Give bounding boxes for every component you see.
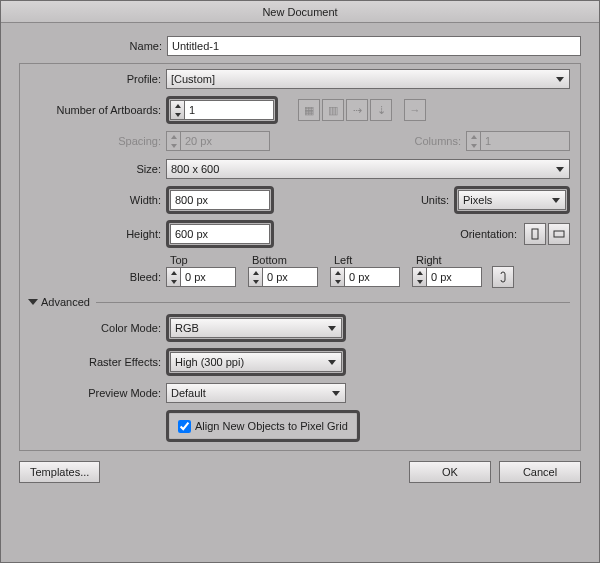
bleed-right-spinner[interactable]	[412, 267, 482, 287]
units-label: Units:	[414, 194, 454, 206]
columns-label: Columns:	[406, 135, 466, 147]
profile-select[interactable]: [Custom]	[166, 69, 570, 89]
main-fieldset: Profile: [Custom] Number of Artboards: ▦…	[19, 63, 581, 451]
color-mode-label: Color Mode:	[30, 322, 166, 334]
bleed-bottom-input[interactable]	[262, 267, 318, 287]
ok-button[interactable]: OK	[409, 461, 491, 483]
spacing-label: Spacing:	[30, 135, 166, 147]
bleed-left-input[interactable]	[344, 267, 400, 287]
bleed-left-spinner[interactable]	[330, 267, 400, 287]
arrow-right-icon: →	[404, 99, 426, 121]
name-input[interactable]	[167, 36, 581, 56]
profile-label: Profile:	[30, 73, 166, 85]
templates-button[interactable]: Templates...	[19, 461, 100, 483]
name-label: Name:	[19, 40, 167, 52]
color-mode-select[interactable]: RGB	[170, 318, 342, 338]
bleed-bottom-spinner[interactable]	[248, 267, 318, 287]
svg-rect-1	[554, 231, 564, 237]
grid-by-row-icon: ▦	[298, 99, 320, 121]
new-document-dialog: New Document Name: Profile: [Custom] Num…	[0, 0, 600, 563]
size-label: Size:	[30, 163, 166, 175]
cancel-button[interactable]: Cancel	[499, 461, 581, 483]
link-bleed-icon[interactable]	[492, 266, 514, 288]
disclosure-triangle-icon	[28, 299, 38, 305]
dialog-content: Name: Profile: [Custom] Number of Artboa…	[1, 23, 599, 562]
bleed-bottom-label: Bottom	[252, 254, 334, 266]
grid-by-col-icon: ▥	[322, 99, 344, 121]
dialog-footer: Templates... OK Cancel	[19, 451, 581, 483]
orientation-landscape-icon[interactable]	[548, 223, 570, 245]
spacing-input	[180, 131, 270, 151]
units-select[interactable]: Pixels	[458, 190, 566, 210]
svg-rect-0	[532, 229, 538, 239]
orientation-label: Orientation:	[444, 228, 522, 240]
size-select[interactable]: 800 x 600	[166, 159, 570, 179]
preview-select[interactable]: Default	[166, 383, 346, 403]
advanced-header[interactable]: Advanced	[28, 296, 570, 308]
height-input[interactable]	[170, 224, 270, 244]
bleed-left-label: Left	[334, 254, 416, 266]
columns-input	[480, 131, 570, 151]
artboards-input[interactable]	[184, 100, 274, 120]
width-label: Width:	[30, 194, 166, 206]
bleed-right-input[interactable]	[426, 267, 482, 287]
bleed-label: Bleed:	[30, 271, 166, 283]
arrange-right-icon: ⇢	[346, 99, 368, 121]
bleed-right-label: Right	[416, 254, 498, 266]
columns-spinner	[466, 131, 570, 151]
height-label: Height:	[30, 228, 166, 240]
raster-label: Raster Effects:	[30, 356, 166, 368]
align-pixel-grid-checkbox[interactable]: Align New Objects to Pixel Grid	[170, 414, 356, 438]
artboards-label: Number of Artboards:	[30, 104, 166, 116]
artboards-spinner[interactable]	[170, 100, 274, 120]
spacing-spinner	[166, 131, 270, 151]
orientation-portrait-icon[interactable]	[524, 223, 546, 245]
raster-select[interactable]: High (300 ppi)	[170, 352, 342, 372]
width-input[interactable]	[170, 190, 270, 210]
dialog-title: New Document	[262, 6, 337, 18]
align-pixel-grid-input[interactable]	[178, 420, 191, 433]
preview-label: Preview Mode:	[30, 387, 166, 399]
bleed-top-input[interactable]	[180, 267, 236, 287]
bleed-top-spinner[interactable]	[166, 267, 236, 287]
bleed-top-label: Top	[170, 254, 252, 266]
arrange-down-icon: ⇣	[370, 99, 392, 121]
titlebar: New Document	[1, 1, 599, 23]
